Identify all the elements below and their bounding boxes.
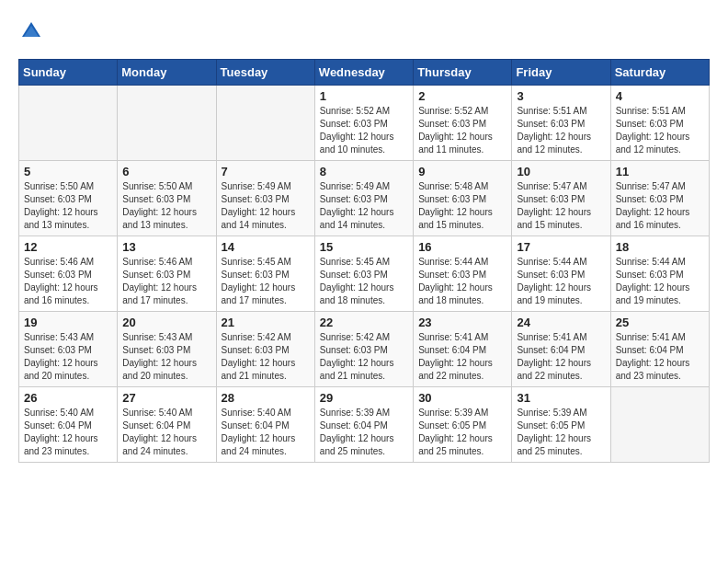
calendar-week-row: 1Sunrise: 5:52 AMSunset: 6:03 PMDaylight… [19,86,710,161]
day-number: 30 [418,391,506,405]
calendar-cell: 14Sunrise: 5:45 AMSunset: 6:03 PMDayligh… [216,236,314,312]
calendar-cell: 17Sunrise: 5:44 AMSunset: 6:03 PMDayligh… [512,236,610,312]
day-info: Sunrise: 5:49 AMSunset: 6:03 PMDaylight:… [222,180,310,232]
day-number: 14 [222,240,310,254]
calendar-cell [216,86,314,161]
calendar-cell: 29Sunrise: 5:39 AMSunset: 6:04 PMDayligh… [314,387,413,463]
day-info: Sunrise: 5:47 AMSunset: 6:03 PMDaylight:… [616,180,704,232]
day-number: 16 [418,240,506,254]
weekday-header-thursday: Thursday [414,60,512,86]
calendar-cell: 21Sunrise: 5:42 AMSunset: 6:03 PMDayligh… [216,312,314,387]
calendar-cell: 18Sunrise: 5:44 AMSunset: 6:03 PMDayligh… [610,236,709,312]
calendar-cell: 30Sunrise: 5:39 AMSunset: 6:05 PMDayligh… [414,387,512,463]
day-number: 2 [418,89,506,103]
day-info: Sunrise: 5:41 AMSunset: 6:04 PMDaylight:… [616,331,704,383]
calendar-cell [118,86,216,161]
day-number: 12 [24,240,112,254]
calendar-cell: 28Sunrise: 5:40 AMSunset: 6:04 PMDayligh… [216,387,314,463]
calendar-cell: 1Sunrise: 5:52 AMSunset: 6:03 PMDaylight… [314,86,413,161]
calendar-cell: 16Sunrise: 5:44 AMSunset: 6:03 PMDayligh… [414,236,512,312]
day-info: Sunrise: 5:42 AMSunset: 6:03 PMDaylight:… [320,331,408,383]
calendar-cell: 3Sunrise: 5:51 AMSunset: 6:03 PMDaylight… [512,86,610,161]
calendar-cell: 6Sunrise: 5:50 AMSunset: 6:03 PMDaylight… [118,161,216,236]
weekday-header-friday: Friday [512,60,610,86]
day-number: 31 [517,391,605,405]
calendar-cell: 23Sunrise: 5:41 AMSunset: 6:04 PMDayligh… [414,312,512,387]
day-info: Sunrise: 5:45 AMSunset: 6:03 PMDaylight:… [320,256,408,307]
day-number: 7 [222,165,310,178]
day-info: Sunrise: 5:45 AMSunset: 6:03 PMDaylight:… [222,256,310,307]
day-info: Sunrise: 5:51 AMSunset: 6:03 PMDaylight:… [517,105,605,156]
day-number: 4 [616,89,704,103]
day-number: 20 [122,316,210,329]
day-number: 11 [616,165,704,178]
day-info: Sunrise: 5:52 AMSunset: 6:03 PMDaylight:… [320,105,408,156]
calendar-cell: 19Sunrise: 5:43 AMSunset: 6:03 PMDayligh… [19,312,118,387]
calendar-week-row: 5Sunrise: 5:50 AMSunset: 6:03 PMDaylight… [19,161,710,236]
day-number: 26 [24,391,112,405]
day-number: 28 [222,391,310,405]
calendar-cell: 20Sunrise: 5:43 AMSunset: 6:03 PMDayligh… [118,312,216,387]
calendar-cell: 5Sunrise: 5:50 AMSunset: 6:03 PMDaylight… [19,161,118,236]
day-info: Sunrise: 5:41 AMSunset: 6:04 PMDaylight:… [418,331,506,383]
day-info: Sunrise: 5:42 AMSunset: 6:03 PMDaylight:… [222,331,310,383]
day-info: Sunrise: 5:40 AMSunset: 6:04 PMDaylight:… [24,407,112,458]
day-info: Sunrise: 5:52 AMSunset: 6:03 PMDaylight:… [418,105,506,156]
day-number: 17 [517,240,605,254]
day-number: 25 [616,316,704,329]
calendar-week-row: 26Sunrise: 5:40 AMSunset: 6:04 PMDayligh… [19,387,710,463]
day-number: 22 [320,316,408,329]
day-number: 18 [616,240,704,254]
day-info: Sunrise: 5:40 AMSunset: 6:04 PMDaylight:… [222,407,310,458]
day-number: 29 [320,391,408,405]
calendar-cell: 7Sunrise: 5:49 AMSunset: 6:03 PMDaylight… [216,161,314,236]
calendar-week-row: 12Sunrise: 5:46 AMSunset: 6:03 PMDayligh… [19,236,710,312]
calendar-cell: 31Sunrise: 5:39 AMSunset: 6:05 PMDayligh… [512,387,610,463]
day-info: Sunrise: 5:43 AMSunset: 6:03 PMDaylight:… [24,331,112,383]
day-number: 1 [320,89,408,103]
day-info: Sunrise: 5:40 AMSunset: 6:04 PMDaylight:… [122,407,210,458]
calendar-cell [610,387,709,463]
calendar-cell: 9Sunrise: 5:48 AMSunset: 6:03 PMDaylight… [414,161,512,236]
day-info: Sunrise: 5:47 AMSunset: 6:03 PMDaylight:… [517,180,605,232]
day-number: 8 [320,165,408,178]
calendar-cell: 12Sunrise: 5:46 AMSunset: 6:03 PMDayligh… [19,236,118,312]
day-info: Sunrise: 5:48 AMSunset: 6:03 PMDaylight:… [418,180,506,232]
day-info: Sunrise: 5:46 AMSunset: 6:03 PMDaylight:… [24,256,112,307]
day-number: 15 [320,240,408,254]
weekday-header-wednesday: Wednesday [314,60,413,86]
calendar-cell: 27Sunrise: 5:40 AMSunset: 6:04 PMDayligh… [118,387,216,463]
day-number: 10 [517,165,605,178]
calendar-cell: 2Sunrise: 5:52 AMSunset: 6:03 PMDaylight… [414,86,512,161]
calendar-cell: 26Sunrise: 5:40 AMSunset: 6:04 PMDayligh… [19,387,118,463]
day-number: 6 [122,165,210,178]
day-info: Sunrise: 5:46 AMSunset: 6:03 PMDaylight:… [122,256,210,307]
day-number: 5 [24,165,112,178]
calendar-cell: 24Sunrise: 5:41 AMSunset: 6:04 PMDayligh… [512,312,610,387]
day-info: Sunrise: 5:51 AMSunset: 6:03 PMDaylight:… [616,105,704,156]
day-number: 21 [222,316,310,329]
day-number: 13 [122,240,210,254]
day-info: Sunrise: 5:50 AMSunset: 6:03 PMDaylight:… [24,180,112,232]
calendar-header-row: SundayMondayTuesdayWednesdayThursdayFrid… [19,60,710,86]
day-info: Sunrise: 5:50 AMSunset: 6:03 PMDaylight:… [122,180,210,232]
day-number: 24 [517,316,605,329]
day-number: 23 [418,316,506,329]
calendar-week-row: 19Sunrise: 5:43 AMSunset: 6:03 PMDayligh… [19,312,710,387]
calendar-cell: 10Sunrise: 5:47 AMSunset: 6:03 PMDayligh… [512,161,610,236]
logo-icon [18,18,44,44]
day-number: 27 [122,391,210,405]
day-info: Sunrise: 5:44 AMSunset: 6:03 PMDaylight:… [616,256,704,307]
day-number: 19 [24,316,112,329]
calendar-cell: 22Sunrise: 5:42 AMSunset: 6:03 PMDayligh… [314,312,413,387]
day-number: 9 [418,165,506,178]
calendar-cell [19,86,118,161]
calendar-table: SundayMondayTuesdayWednesdayThursdayFrid… [18,59,710,463]
day-info: Sunrise: 5:39 AMSunset: 6:05 PMDaylight:… [418,407,506,458]
day-info: Sunrise: 5:39 AMSunset: 6:04 PMDaylight:… [320,407,408,458]
day-info: Sunrise: 5:49 AMSunset: 6:03 PMDaylight:… [320,180,408,232]
calendar-cell: 25Sunrise: 5:41 AMSunset: 6:04 PMDayligh… [610,312,709,387]
page-header [18,18,710,44]
logo [18,18,48,44]
calendar-cell: 4Sunrise: 5:51 AMSunset: 6:03 PMDaylight… [610,86,709,161]
